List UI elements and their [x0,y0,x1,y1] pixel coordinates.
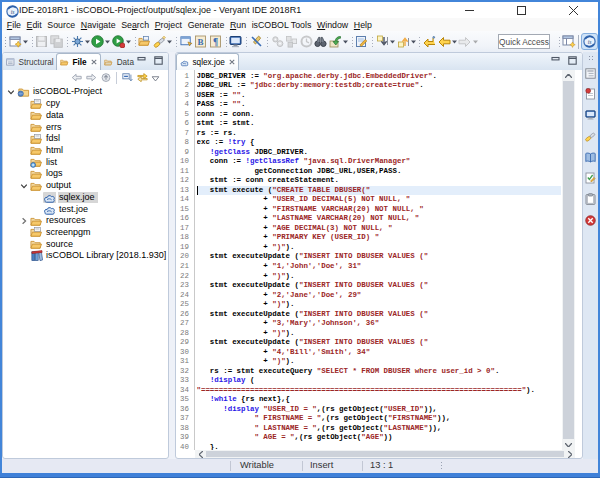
dock-view-problems[interactable] [585,213,596,227]
maximize-view-button[interactable] [154,56,163,65]
tree-item-logs[interactable]: logs [3,168,168,180]
horizontal-scrollbar[interactable] [195,450,575,458]
run-coverage-button[interactable] [111,33,132,51]
screen-designer-button[interactable] [179,33,194,51]
run-button[interactable] [90,33,111,51]
dock-grip[interactable] [588,55,593,62]
iscobol-perspective-icon: is [583,35,596,48]
menu-item-help[interactable]: Help [351,18,375,31]
menu-item-window[interactable]: Window [314,18,351,31]
collapse-all-icon [122,73,133,82]
quick-access-input[interactable]: Quick Access [498,34,550,49]
vertical-scroll-thumb[interactable] [563,81,574,439]
code-text [197,376,210,384]
prev-annotation-button[interactable] [396,33,417,51]
horizontal-scroll-thumb[interactable] [206,451,564,457]
menu-item-iscobol-tools[interactable]: isCOBOL Tools [249,18,314,31]
code-text: USER := [197,91,233,99]
dock-view-library[interactable] [585,150,596,164]
window-border-bottom [0,473,600,478]
dock-view-clipboard[interactable] [585,192,596,206]
code-area[interactable]: JDBC_DRIVER := "org.apache.derby.jdbc.Em… [197,70,562,450]
last-edit-location-button[interactable] [422,33,437,51]
scroll-right-arrow[interactable] [564,450,575,458]
forward-arrow-button[interactable] [86,70,97,85]
chevron-collapsed-icon[interactable] [17,215,30,226]
minimize-view-button[interactable] [137,56,146,65]
search-binoculars-button[interactable] [314,33,329,51]
dock-view-wand[interactable] [585,129,596,143]
import-green-button[interactable] [328,33,349,51]
console-monitor-button[interactable] [229,33,244,51]
tree-item-source[interactable]: source [3,238,168,250]
new-wizard-button[interactable] [8,33,29,51]
close-button[interactable] [548,2,598,18]
tree-item-resources[interactable]: resources [3,215,168,227]
import-folder-button[interactable] [138,33,153,51]
line-number: 40 [176,443,189,453]
menu-item-source[interactable]: Source [45,18,78,31]
text-format-button[interactable]: ¶ [208,33,223,51]
back-arrow-button[interactable] [71,70,82,85]
tree-item-iscobol-project[interactable]: isCOBOL-Project [3,86,168,98]
menu-item-search[interactable]: Search [118,18,152,31]
dock-view-error-log[interactable] [585,87,596,101]
chevron-expanded-icon[interactable] [4,86,17,97]
iscobol-perspective-button[interactable]: is [581,33,598,50]
tree-item-html[interactable]: html [3,145,168,157]
maximize-button[interactable] [496,2,546,18]
forward-dropdown[interactable] [472,35,478,48]
tree-item-fdsl[interactable]: fdsl [3,133,168,145]
back-button[interactable] [437,33,458,51]
wand-icon [585,131,596,142]
tree-item-iscobol-library-2018-1-930-[interactable]: isCOBOL Library [2018.1.930] [3,250,168,262]
tree-item-output[interactable]: output [3,180,168,192]
open-perspective-button[interactable] [562,34,576,52]
tree-item-list[interactable]: list [3,156,168,168]
text-cursor [197,186,199,196]
tree-item-data[interactable]: data [3,109,168,121]
menu-item-file[interactable]: File [4,18,24,31]
no-edit-button[interactable] [249,33,264,51]
up-arrow-button[interactable] [101,70,111,85]
view-tab-file[interactable]: File [56,53,101,70]
scroll-up-arrow[interactable] [562,70,575,81]
dock-view-outline[interactable] [585,66,596,80]
link-editor-button[interactable] [137,70,148,85]
menu-item-edit[interactable]: Edit [24,18,45,31]
menu-item-navigate[interactable]: Navigate [78,18,118,31]
view-menu-button[interactable] [152,70,160,85]
next-annotation-button[interactable] [375,33,396,51]
collapse-all-button[interactable] [122,70,133,85]
tree-item-screenpgm[interactable]: screenpgm [3,227,168,239]
minimize-view-button[interactable] [551,56,560,65]
editor-tab-sqlex-joe[interactable]: sqlex.joe [176,53,239,70]
tree-item-test-joe[interactable]: test.joe [3,203,168,215]
menu-item-generate[interactable]: Generate [185,18,227,31]
tree-indent [17,145,30,156]
editor-body[interactable]: 1234567891011121314151617181920212223242… [176,70,582,450]
code-text: stmt executeUpdate ( [197,338,299,346]
wand-button[interactable] [152,33,173,51]
view-tab-data[interactable]: Data [101,54,136,70]
tab-close-icon[interactable] [229,59,235,65]
tab-close-icon[interactable] [90,59,96,65]
maximize-view-button[interactable] [568,56,577,65]
menu-item-project[interactable]: Project [152,18,185,31]
tree-item-label: list [45,157,60,168]
dock-view-console[interactable] [585,108,596,122]
chevron-expanded-icon[interactable] [17,180,30,191]
data-designer-button[interactable]: B [193,33,208,51]
vertical-scrollbar[interactable] [562,70,575,450]
tree-item-cpy[interactable]: cpy [3,98,168,110]
dock-view-tasks[interactable] [585,171,596,185]
debug-button[interactable] [70,33,91,51]
scroll-left-arrow[interactable] [195,450,206,458]
tree-item-errs[interactable]: errs [3,121,168,133]
view-tab-structural[interactable]: Structural [3,54,56,70]
scroll-down-arrow[interactable] [562,439,575,450]
tree-item-sqlex-joe[interactable]: sqlex.joe [3,191,168,203]
menu-item-run[interactable]: Run [227,18,249,31]
annotation-button[interactable] [355,33,370,51]
minimize-button[interactable] [444,2,494,18]
